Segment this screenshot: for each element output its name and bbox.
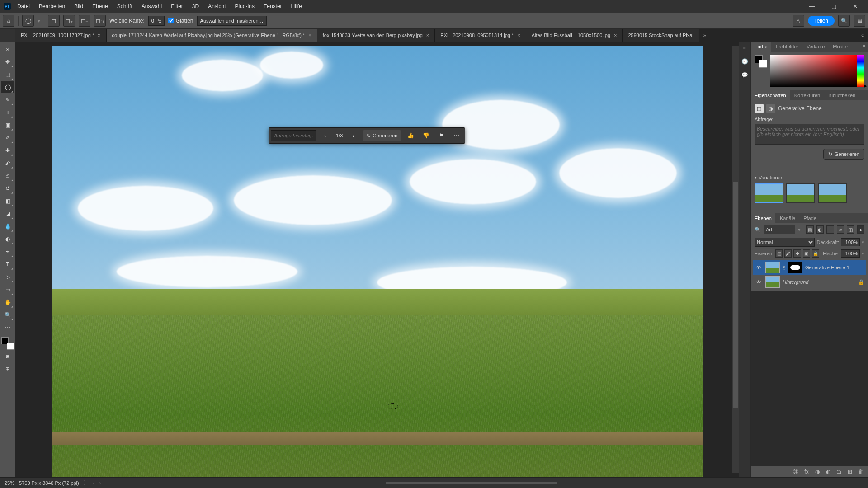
selection-new[interactable]: ◻	[48, 15, 60, 27]
filter-adjust-icon[interactable]: ◐	[816, 225, 824, 234]
doc-tab[interactable]: fox-1540833 Yvette van den Berg pixabay.…	[317, 29, 435, 42]
close-icon[interactable]: ×	[308, 33, 311, 38]
fg-bg-color-swatch[interactable]	[755, 55, 767, 68]
collapse-toolbar-icon[interactable]: »	[1, 43, 14, 55]
layer-name[interactable]: Hintergrund	[783, 279, 808, 285]
feather-input[interactable]: 0 Px	[148, 16, 165, 26]
contextual-task-bar[interactable]: ‹ 1/3 › ↻Generieren 👍 👎 ⚑ ⋯	[269, 127, 465, 144]
lock-all-icon[interactable]: 🔒	[812, 249, 819, 258]
tab-properties[interactable]: Eigenschaften	[751, 90, 790, 100]
edit-toolbar-icon[interactable]: ⋯	[1, 322, 14, 333]
shape-tool[interactable]: ▭	[1, 284, 14, 296]
home-icon[interactable]: ⌂	[3, 15, 14, 27]
panel-menu-icon[interactable]: ≡	[860, 213, 868, 223]
select-and-mask-button[interactable]: Auswählen und maskieren…	[197, 16, 267, 26]
vertical-scrollbar[interactable]	[732, 46, 739, 473]
menu-plugins[interactable]: Plug-ins	[232, 1, 257, 11]
workspace-switcher-icon[interactable]: ▦	[854, 15, 865, 27]
color-field[interactable]	[770, 55, 857, 87]
window-close[interactable]: ✕	[846, 0, 864, 13]
healing-tool[interactable]: ✚	[1, 145, 14, 156]
fill-input[interactable]	[841, 249, 860, 258]
frame-tool[interactable]: ▣	[1, 119, 14, 131]
doc-tab[interactable]: PXL_20210908_095051314.jpg *×	[435, 29, 526, 42]
marquee-tool[interactable]: ⬚	[1, 69, 14, 80]
fx-icon[interactable]: fx	[803, 468, 810, 475]
lock-pixels-icon[interactable]: 🖌	[784, 249, 792, 258]
menu-filter[interactable]: Filter	[168, 1, 186, 11]
blur-tool[interactable]: 💧	[1, 221, 14, 232]
clone-stamp-tool[interactable]: ⎌	[1, 170, 14, 182]
menu-type[interactable]: Schrift	[114, 1, 135, 11]
eyedropper-tool[interactable]: ✐	[1, 132, 14, 144]
tab-swatches[interactable]: Farbfelder	[772, 42, 802, 52]
expand-dock-icon[interactable]: «	[740, 43, 749, 52]
screenmode-toggle[interactable]: ⊞	[1, 363, 14, 375]
dodge-tool[interactable]: ◐	[1, 233, 14, 245]
history-brush-tool[interactable]: ↺	[1, 183, 14, 194]
menu-edit[interactable]: Bearbeiten	[36, 1, 68, 11]
filter-pixel-icon[interactable]: ▤	[806, 225, 814, 234]
menu-view[interactable]: Ansicht	[205, 1, 228, 11]
tool-preset-lasso-icon[interactable]: ◯	[22, 15, 34, 27]
fg-bg-swatches[interactable]	[1, 337, 14, 350]
menu-file[interactable]: Datei	[14, 1, 33, 11]
opacity-input[interactable]	[841, 238, 860, 246]
doc-info[interactable]: 5760 Px x 3840 Px (72 ppi)	[19, 480, 79, 486]
blend-mode-select[interactable]: Normal	[755, 238, 815, 247]
tab-paths[interactable]: Pfade	[800, 213, 820, 223]
menu-image[interactable]: Bild	[71, 1, 86, 11]
variation-thumb[interactable]	[818, 183, 847, 203]
doc-tab[interactable]: PXL_20210809_100117327.jpg *×	[15, 29, 107, 42]
comments-panel-icon[interactable]: 💬	[740, 70, 749, 80]
layer-thumb[interactable]	[765, 262, 780, 273]
status-menu-icon[interactable]: 〉	[84, 479, 89, 486]
layer-mask-thumb[interactable]	[788, 262, 802, 273]
more-options-icon[interactable]: ⋯	[450, 130, 463, 141]
doc-tab[interactable]: Altes Bild Fussball – 1050x1500.jpg×	[526, 29, 623, 42]
filter-shape-icon[interactable]: ▱	[837, 225, 844, 234]
close-icon[interactable]: ×	[426, 33, 429, 38]
lasso-tool[interactable]: ◯	[1, 81, 14, 93]
doc-tab[interactable]: 2598015 StockSnap auf Pixal	[623, 29, 699, 42]
layer-name[interactable]: Generative Ebene 1	[805, 265, 849, 270]
properties-prompt-input[interactable]	[755, 124, 864, 145]
panel-menu-icon[interactable]: ≡	[860, 90, 868, 100]
variations-section-label[interactable]: Variationen	[755, 175, 864, 180]
variation-thumb[interactable]	[786, 183, 815, 203]
document-canvas[interactable]	[52, 46, 703, 477]
lock-transparency-icon[interactable]: ▨	[775, 249, 783, 258]
crop-tool[interactable]: ⌗	[1, 107, 14, 118]
status-prev-icon[interactable]: ‹	[93, 480, 95, 486]
close-icon[interactable]: ×	[98, 33, 100, 38]
zoom-tool[interactable]: 🔍	[1, 309, 14, 321]
lock-artboard-icon[interactable]: ▣	[803, 249, 810, 258]
tab-libraries[interactable]: Bibliotheken	[825, 90, 859, 100]
adjustment-icon[interactable]: ◐	[825, 468, 832, 475]
share-button[interactable]: Teilen	[808, 16, 835, 26]
close-icon[interactable]: ×	[614, 33, 617, 38]
panel-collapse-icon[interactable]: «	[857, 29, 868, 42]
gen-fill-prompt-input[interactable]	[271, 130, 316, 141]
flag-icon[interactable]: ⚑	[435, 130, 448, 141]
menu-layer[interactable]: Ebene	[90, 1, 111, 11]
selection-add[interactable]: ◻₊	[63, 15, 75, 27]
gradient-tool[interactable]: ◪	[1, 208, 14, 220]
tabs-overflow-icon[interactable]: »	[699, 29, 710, 42]
thumbs-up-icon[interactable]: 👍	[404, 130, 417, 141]
type-tool[interactable]: T	[1, 258, 14, 270]
layer-filter-input[interactable]	[764, 225, 795, 234]
pen-tool[interactable]: ✒	[1, 246, 14, 258]
filter-toggle-icon[interactable]: ●	[857, 225, 865, 234]
hue-slider[interactable]: ▶	[857, 55, 864, 87]
visibility-toggle-icon[interactable]: 👁	[755, 263, 763, 272]
generate-button[interactable]: ↻Generieren	[363, 130, 401, 141]
properties-generate-button[interactable]: ↻Generieren	[823, 149, 864, 160]
quickmask-toggle[interactable]: ◙	[1, 351, 14, 362]
tab-patterns[interactable]: Muster	[829, 42, 852, 52]
menu-help[interactable]: Hilfe	[288, 1, 305, 11]
filter-smart-icon[interactable]: ◫	[847, 225, 854, 234]
mask-icon[interactable]: ◑	[814, 468, 821, 475]
selection-intersect[interactable]: ◻∩	[94, 15, 106, 27]
panel-menu-icon[interactable]: ≡	[860, 42, 868, 52]
